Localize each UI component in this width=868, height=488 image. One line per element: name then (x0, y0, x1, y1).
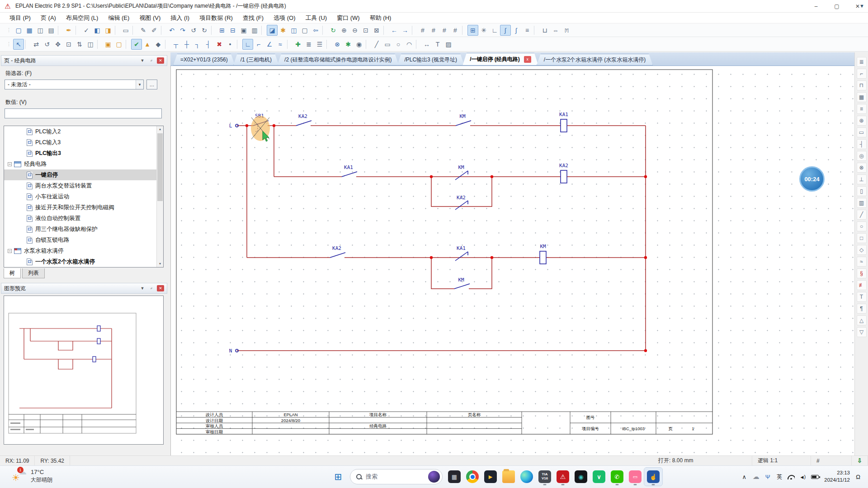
rt-shield-icon[interactable]: ◇ (857, 245, 867, 255)
panel-close-icon[interactable]: ✕ (157, 285, 164, 291)
rt-device-icon[interactable]: ⌐ (857, 69, 867, 79)
menu-page[interactable]: 页 (A) (36, 13, 61, 23)
connection-corner-icon[interactable]: ┐ (192, 39, 203, 50)
taskbar-tia-icon[interactable]: TIA V16 (536, 468, 554, 486)
taskbar-edge-icon[interactable] (518, 468, 536, 486)
macro-icon[interactable]: ✱ (343, 39, 354, 50)
print-icon[interactable]: ▤ (46, 25, 57, 36)
snap-icon[interactable]: ✳ (478, 25, 489, 36)
ungroup-icon[interactable]: ▢ (113, 39, 124, 50)
expander-icon[interactable]: − (8, 162, 12, 166)
filter-dropdown[interactable]: - 未激活 - ▾ (5, 80, 144, 89)
grid-on-icon[interactable]: ⊞ (467, 25, 478, 36)
paste-icon[interactable]: ◨ (103, 25, 113, 36)
align-icon[interactable]: ∟ (489, 25, 500, 36)
rt-ground-icon[interactable]: ⊥ (857, 174, 867, 184)
minimize-button[interactable]: – (806, 0, 826, 13)
elbow-icon[interactable]: ∟ (242, 39, 253, 50)
menu-help[interactable]: 帮助 (H) (365, 13, 396, 23)
rt-cables-icon[interactable]: ≡ (857, 104, 867, 114)
scroll-up-icon[interactable]: ▴ (157, 126, 163, 132)
image-icon[interactable]: ▨ (443, 39, 454, 50)
eraser-icon[interactable]: ✐ (149, 25, 160, 36)
rt-navigator-icon[interactable]: ≣ (857, 57, 867, 67)
download-icon[interactable]: ⇩ (852, 456, 868, 465)
ruler-icon[interactable]: ≡ (522, 25, 533, 36)
separator[interactable] (326, 40, 330, 49)
search-box[interactable]: 搜索 (350, 469, 443, 484)
rt-line-icon[interactable]: ╱ (857, 210, 867, 220)
notification-bell-icon[interactable]: Ω (853, 474, 863, 480)
tray-chevron-icon[interactable]: ∧ (738, 468, 750, 486)
target-icon[interactable]: ◉ (354, 39, 364, 50)
grid4-icon[interactable]: # (450, 25, 461, 36)
rt-resistor-icon[interactable]: ▯ (857, 186, 867, 196)
rect-icon[interactable]: ▭ (382, 39, 393, 50)
tree-item-plc-input2[interactable]: PLC输入2 (4, 126, 163, 137)
panel-menu-icon[interactable]: ▼ (139, 285, 146, 291)
scroll-down-icon[interactable]: ▾ (157, 261, 163, 267)
search-highlight-image[interactable] (428, 471, 440, 483)
zoom-in-icon[interactable]: ⊕ (339, 25, 349, 36)
rt-coil-icon[interactable]: ▭ (857, 127, 867, 137)
circle-icon[interactable]: ○ (393, 39, 404, 50)
separator[interactable] (322, 26, 326, 35)
curve-icon[interactable]: ∫ (511, 25, 522, 36)
weather-widget[interactable]: 1 17°C 大部晴朗 (12, 468, 52, 483)
tray-ime-icon[interactable]: 英 (774, 468, 785, 486)
taskbar-explorer-icon[interactable] (500, 468, 518, 486)
node-icon[interactable]: • (225, 39, 236, 50)
bus-icon[interactable]: ☰ (314, 39, 325, 50)
maximize-button[interactable]: ▢ (826, 0, 847, 13)
separator[interactable] (383, 26, 387, 35)
separator[interactable] (115, 26, 119, 35)
rt-potential-icon[interactable]: ≢ (857, 280, 867, 290)
rt-up-icon[interactable]: △ (857, 315, 867, 325)
tray-wifi-icon[interactable] (785, 468, 797, 486)
auto-wire-icon[interactable]: ≈ (275, 39, 286, 50)
grid2-icon[interactable]: # (428, 25, 439, 36)
group-icon[interactable]: ▣ (103, 39, 113, 50)
back-icon[interactable]: ⇦ (310, 25, 321, 36)
taskbar-clock[interactable]: 23:13 2024/11/12 (824, 469, 850, 483)
check-icon[interactable]: ✓ (81, 25, 92, 36)
menu-insert[interactable]: 插入 (I) (165, 13, 194, 23)
tree-item-self-interlock[interactable]: 自锁互锁电路 (4, 235, 163, 245)
delete-icon[interactable]: ✖ (214, 39, 225, 50)
taskbar-darkapp-icon[interactable]: ▦ (445, 468, 463, 486)
tray-battery-icon[interactable] (809, 468, 821, 486)
rt-motor-icon[interactable]: ◎ (857, 151, 867, 161)
tab-one-key-start-stop[interactable]: /一键启停 (经典电路) x (462, 53, 538, 66)
cable-icon[interactable]: ≣ (303, 39, 314, 50)
panel-pin-icon[interactable]: ♀ (146, 283, 156, 293)
tray-mic-icon[interactable]: Ψ (762, 468, 774, 486)
lock-icon[interactable]: ◆ (153, 39, 164, 50)
tree-item-liquid-level[interactable]: 液位自动控制装置 (4, 213, 163, 224)
tree-item-two-pumps-alternate[interactable]: 两台水泵交替运转装置 (4, 180, 163, 191)
expander-icon[interactable]: − (8, 249, 12, 253)
tree-item-proximity-solenoid[interactable]: 接近开关和限位开关控制电磁阀 (4, 202, 163, 213)
alert-icon[interactable]: ▲ (142, 39, 153, 50)
connection-cross-icon[interactable]: ┼ (181, 39, 192, 50)
tree-item-one-pump-two-tanks[interactable]: 一个水泵2个水箱水满停 (4, 256, 163, 267)
rt-path-icon[interactable]: ¶ (857, 304, 867, 314)
panel-menu-icon[interactable]: ▼ (139, 57, 146, 64)
dimension-icon[interactable]: ↔ (421, 39, 432, 50)
menu-window[interactable]: 窗口 (W) (332, 13, 365, 23)
filter-more-button[interactable]: … (146, 80, 157, 89)
rt-insert-icon[interactable]: ⊕ (857, 116, 867, 126)
taskbar-bilibili-icon[interactable]: ▭ (626, 468, 644, 486)
separator[interactable] (416, 40, 420, 49)
logic-snap-icon[interactable]: ∫ (500, 25, 511, 36)
connection-t-icon[interactable]: ┬ (170, 39, 181, 50)
taskbar-eplan-p8-icon[interactable]: ☝ (644, 468, 662, 486)
separator[interactable] (161, 26, 165, 35)
pan-icon[interactable]: ⇔ (550, 25, 561, 36)
wrench-icon[interactable]: ✒ (63, 25, 74, 36)
undo-list-icon[interactable]: ↺ (188, 25, 199, 36)
separator[interactable] (237, 40, 241, 49)
refresh-icon[interactable]: ↻ (328, 25, 339, 36)
menu-project-data[interactable]: 项目数据 (R) (194, 13, 238, 23)
list-view-tab[interactable]: 列表 (22, 268, 45, 278)
star-icon[interactable]: ✱ (278, 25, 288, 36)
